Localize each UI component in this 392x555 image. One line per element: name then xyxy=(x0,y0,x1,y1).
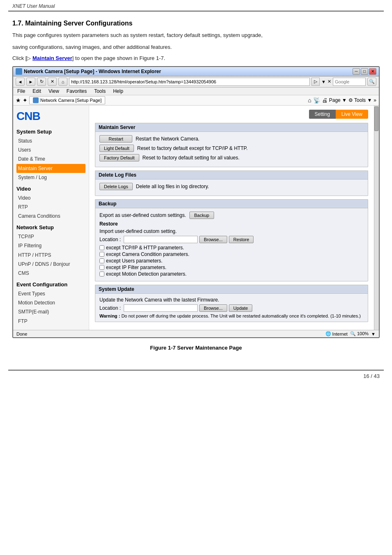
sidebar-item-cms[interactable]: CMS xyxy=(16,269,85,278)
liveview-button[interactable]: Live View xyxy=(336,110,368,119)
menu-favorites[interactable]: Favorites xyxy=(65,88,88,94)
address-input[interactable] xyxy=(69,78,310,86)
forward-button[interactable]: ► xyxy=(26,78,35,86)
browse-update-button[interactable]: Browse... xyxy=(199,304,227,312)
tab-favicon xyxy=(33,97,39,103)
sidebar-item-maintain-server[interactable]: Maintain Server xyxy=(16,164,85,173)
menu-help[interactable]: Help xyxy=(111,88,125,94)
sidebar-item-users[interactable]: Users xyxy=(16,145,85,154)
arrow-icon: ▷ xyxy=(27,55,31,61)
checkbox-motion-input[interactable] xyxy=(99,272,104,276)
sidebar-item-motion-detection[interactable]: Motion Detection xyxy=(16,298,85,307)
figure-caption: Figure 1-7 Server Maintenance Page xyxy=(12,345,380,351)
page-number: 16 / 43 xyxy=(363,373,380,379)
factory-default-button[interactable]: Factory Default xyxy=(99,154,139,161)
close-button[interactable]: ✕ xyxy=(369,68,376,75)
checkbox-users-label: except Users parameters. xyxy=(106,258,162,264)
zoom-dropdown[interactable]: ▼ xyxy=(371,332,376,336)
sidebar-item-smtp[interactable]: SMTP(E-mail) xyxy=(16,307,85,316)
sidebar-item-video[interactable]: Video xyxy=(16,193,85,203)
home-button[interactable]: ⌂ xyxy=(58,78,67,86)
maximize-button[interactable]: □ xyxy=(361,68,368,75)
stop-icon: ✕ xyxy=(51,79,54,84)
delete-logs-button[interactable]: Delete Logs xyxy=(99,183,133,190)
backup-header: Backup xyxy=(95,200,368,208)
click-instruction: Click [▷ Maintain Server] to open the pa… xyxy=(12,55,380,61)
sidebar-item-tcpip[interactable]: TCP/IP xyxy=(16,232,85,241)
search-button[interactable]: 🔍 xyxy=(367,78,376,86)
restore-location-label: Location : xyxy=(99,237,122,242)
go-button[interactable]: ▷ xyxy=(311,78,320,86)
update-location-input[interactable] xyxy=(124,304,198,312)
system-update-panel: System Update Update the Network Camera … xyxy=(95,285,368,322)
tools-dropdown[interactable]: ⚙ Tools ▼ xyxy=(348,97,372,103)
top-buttons: Setting Live View xyxy=(95,110,368,119)
sidebar-item-ftp[interactable]: FTP xyxy=(16,317,85,326)
internet-status: 🌐 Internet xyxy=(325,331,348,336)
sidebar-item-http-https[interactable]: HTTP / HTTPS xyxy=(16,251,85,260)
close-icon: ✕ xyxy=(371,69,374,74)
sidebar-item-event-types[interactable]: Event Types xyxy=(16,289,85,298)
checkbox-ipfilter: except IP Filter parameters. xyxy=(99,265,364,270)
browser-addressbar: ◄ ► ↻ ✕ ⌂ ▷ ▼ ✕ xyxy=(13,76,379,88)
browser-content: CNB System Setup Status Users Date & Tim… xyxy=(13,106,379,330)
delete-logs-label: Delete all log files in log directory. xyxy=(136,184,209,189)
maintain-server-body: Restart Restart the Network Camera. Ligh… xyxy=(95,132,368,167)
sidebar-section-network-setup: Network Setup xyxy=(16,224,85,230)
statusbar-right: 🌐 Internet 🔍 100% ▼ xyxy=(325,331,376,336)
menu-view[interactable]: View xyxy=(47,88,61,94)
sidebar-item-date-time[interactable]: Date & Time xyxy=(16,154,85,164)
maintain-server-link[interactable]: Maintain Server xyxy=(32,55,72,61)
sidebar-item-rtp[interactable]: RTP xyxy=(16,203,85,212)
sidebar-section-event-config: Event Configuration xyxy=(16,281,85,288)
scroll-indicator[interactable] xyxy=(374,106,379,330)
update-label: Update the Network Camera with the laste… xyxy=(99,297,364,303)
page-dropdown[interactable]: Page ▼ xyxy=(329,97,347,103)
tab-label: Network Camera [Setup Page] xyxy=(40,98,101,103)
setting-button[interactable]: Setting xyxy=(309,110,336,119)
sidebar-item-camera-conditions[interactable]: Camera Conditions xyxy=(16,212,85,221)
back-icon: ◄ xyxy=(18,79,23,84)
browser-tab[interactable]: Network Camera [Setup Page] xyxy=(29,96,105,104)
titlebar-controls: ─ □ ✕ xyxy=(353,68,376,75)
delete-log-panel: Delete Log Files Delete Logs Delete all … xyxy=(95,170,368,196)
menu-tools[interactable]: Tools xyxy=(92,88,107,94)
restore-button[interactable]: Restore xyxy=(229,236,254,243)
more-btn[interactable]: » xyxy=(374,97,376,103)
refresh-button[interactable]: ↻ xyxy=(37,78,46,86)
sidebar-item-system-log[interactable]: System / Log xyxy=(16,173,85,182)
update-button[interactable]: Update xyxy=(229,304,252,312)
browse-restore-button[interactable]: Browse... xyxy=(199,236,227,243)
backup-button[interactable]: Backup xyxy=(189,212,214,219)
checkbox-camera-input[interactable] xyxy=(99,252,104,257)
checkbox-ipfilter-input[interactable] xyxy=(99,265,104,270)
backup-row: Export as user-defined custom settings. … xyxy=(99,212,364,219)
toolbar-right: ⌂ 📡 🖨 Page ▼ ⚙ Tools ▼ » xyxy=(308,97,376,104)
search-input[interactable] xyxy=(333,78,366,86)
add-favorites-icon: ✦ xyxy=(23,97,28,104)
sidebar-item-upnp-ddns[interactable]: UPnP / DDNS / Bonjour xyxy=(16,260,85,269)
restore-location-input[interactable] xyxy=(124,236,198,243)
back-button[interactable]: ◄ xyxy=(16,78,25,86)
sidebar: CNB System Setup Status Users Date & Tim… xyxy=(13,106,89,330)
scroll-thumb[interactable] xyxy=(374,106,378,131)
menu-edit[interactable]: Edit xyxy=(31,88,43,94)
restart-button[interactable]: Restart xyxy=(99,135,132,143)
light-default-button[interactable]: Light Default xyxy=(99,145,134,152)
factory-default-row: Factory Default Reset to factory default… xyxy=(99,154,364,161)
update-location-row: Location : Browse... Update xyxy=(99,304,364,312)
home-toolbar-icon: ⌂ xyxy=(308,97,311,104)
home-icon: ⌂ xyxy=(62,79,65,84)
status-text: Done xyxy=(16,332,27,336)
checkbox-tcpip-input[interactable] xyxy=(99,245,104,250)
toolbar-left: ★ ✦ Network Camera [Setup Page] xyxy=(16,96,105,104)
light-default-label: Reset to factory default except for TCP/… xyxy=(137,145,248,151)
stop-button[interactable]: ✕ xyxy=(48,78,57,86)
sidebar-item-status[interactable]: Status xyxy=(16,136,85,145)
menu-file[interactable]: File xyxy=(16,88,27,94)
minimize-button[interactable]: ─ xyxy=(353,68,360,75)
sidebar-item-ip-filtering[interactable]: IP Filtering xyxy=(16,241,85,250)
warning-text: Warning : Do not power off during the up… xyxy=(99,313,364,318)
checkbox-users-input[interactable] xyxy=(99,258,104,263)
warning-message: Do not power off during the update proce… xyxy=(121,313,361,318)
